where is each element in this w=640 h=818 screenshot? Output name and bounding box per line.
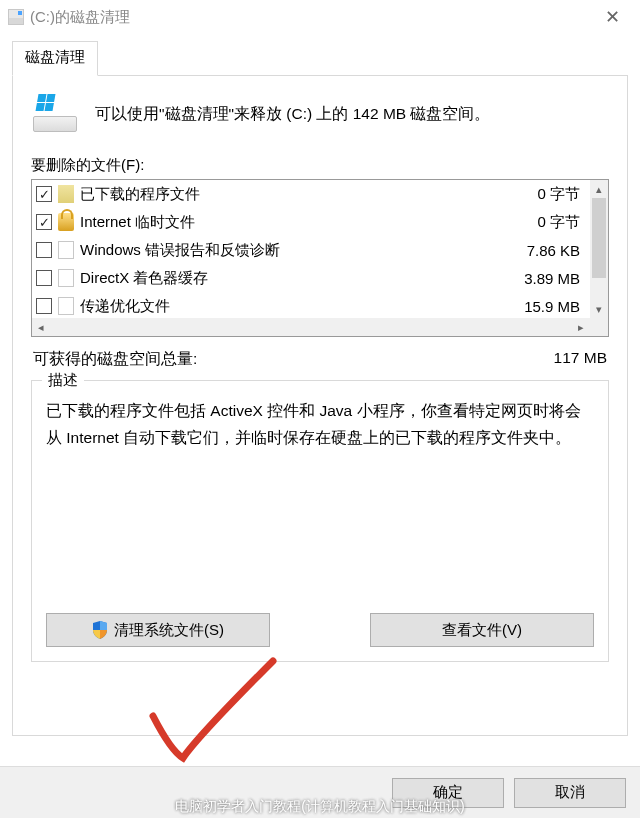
file-list-row[interactable]: Windows 错误报告和反馈诊断7.86 KB (32, 236, 590, 264)
file-type-icon (58, 241, 74, 259)
file-checkbox[interactable] (36, 298, 52, 314)
file-size: 3.89 MB (524, 270, 584, 287)
file-size: 0 字节 (537, 185, 584, 204)
cancel-button[interactable]: 取消 (514, 778, 626, 808)
scroll-corner (590, 318, 608, 336)
file-type-icon (58, 213, 74, 231)
file-size: 7.86 KB (527, 242, 584, 259)
total-value: 117 MB (554, 349, 607, 370)
file-size: 0 字节 (537, 213, 584, 232)
scroll-left-icon[interactable]: ◂ (32, 318, 50, 336)
tab-disk-cleanup[interactable]: 磁盘清理 (12, 41, 98, 76)
view-files-label: 查看文件(V) (442, 621, 522, 640)
window-title: (C:)的磁盘清理 (30, 8, 130, 27)
scroll-right-icon[interactable]: ▸ (572, 318, 590, 336)
scroll-thumb[interactable] (592, 198, 606, 278)
tabstrip: 磁盘清理 (12, 40, 628, 76)
cancel-label: 取消 (555, 783, 585, 802)
tab-panel: 可以使用"磁盘清理"来释放 (C:) 上的 142 MB 磁盘空间。 要删除的文… (12, 76, 628, 736)
file-name: 已下载的程序文件 (80, 185, 537, 204)
total-label: 可获得的磁盘空间总量: (33, 349, 197, 370)
scroll-down-icon[interactable]: ▾ (590, 300, 608, 318)
file-name: DirectX 着色器缓存 (80, 269, 524, 288)
file-list: 已下载的程序文件0 字节Internet 临时文件0 字节Windows 错误报… (31, 179, 609, 337)
vertical-scrollbar[interactable]: ▴ ▾ (590, 180, 608, 318)
file-list-row[interactable]: Internet 临时文件0 字节 (32, 208, 590, 236)
scroll-up-icon[interactable]: ▴ (590, 180, 608, 198)
close-button[interactable]: ✕ (592, 2, 632, 32)
ok-button[interactable]: 确定 (392, 778, 504, 808)
description-text: 已下载的程序文件包括 ActiveX 控件和 Java 小程序，你查看特定网页时… (46, 391, 594, 451)
intro-row: 可以使用"磁盘清理"来释放 (C:) 上的 142 MB 磁盘空间。 (31, 92, 609, 150)
file-type-icon (58, 185, 74, 203)
description-title: 描述 (42, 371, 84, 390)
intro-text: 可以使用"磁盘清理"来释放 (C:) 上的 142 MB 磁盘空间。 (95, 104, 607, 125)
clean-system-files-label: 清理系统文件(S) (114, 621, 224, 640)
total-row: 可获得的磁盘空间总量: 117 MB (33, 349, 607, 370)
clean-system-files-button[interactable]: 清理系统文件(S) (46, 613, 270, 647)
view-files-button[interactable]: 查看文件(V) (370, 613, 594, 647)
window-titlebar: (C:)的磁盘清理 ✕ (0, 0, 640, 34)
description-group: 描述 已下载的程序文件包括 ActiveX 控件和 Java 小程序，你查看特定… (31, 380, 609, 662)
file-list-row[interactable]: 传递优化文件15.9 MB (32, 292, 590, 318)
uac-shield-icon (92, 621, 108, 639)
file-checkbox[interactable] (36, 242, 52, 258)
drive-icon (8, 9, 24, 25)
file-checkbox[interactable] (36, 270, 52, 286)
hand-drawn-checkmark-annotation (143, 656, 293, 779)
file-list-row[interactable]: DirectX 着色器缓存3.89 MB (32, 264, 590, 292)
files-label: 要删除的文件(F): (31, 156, 609, 175)
file-checkbox[interactable] (36, 186, 52, 202)
file-type-icon (58, 297, 74, 315)
dialog-button-bar: 确定 取消 (0, 766, 640, 818)
file-name: Internet 临时文件 (80, 213, 537, 232)
file-size: 15.9 MB (524, 298, 584, 315)
file-type-icon (58, 269, 74, 287)
file-checkbox[interactable] (36, 214, 52, 230)
file-name: 传递优化文件 (80, 297, 524, 316)
horizontal-scrollbar[interactable]: ◂ ▸ (32, 318, 590, 336)
file-list-row[interactable]: 已下载的程序文件0 字节 (32, 180, 590, 208)
ok-label: 确定 (433, 783, 463, 802)
file-name: Windows 错误报告和反馈诊断 (80, 241, 527, 260)
disk-cleanup-icon (33, 96, 77, 132)
